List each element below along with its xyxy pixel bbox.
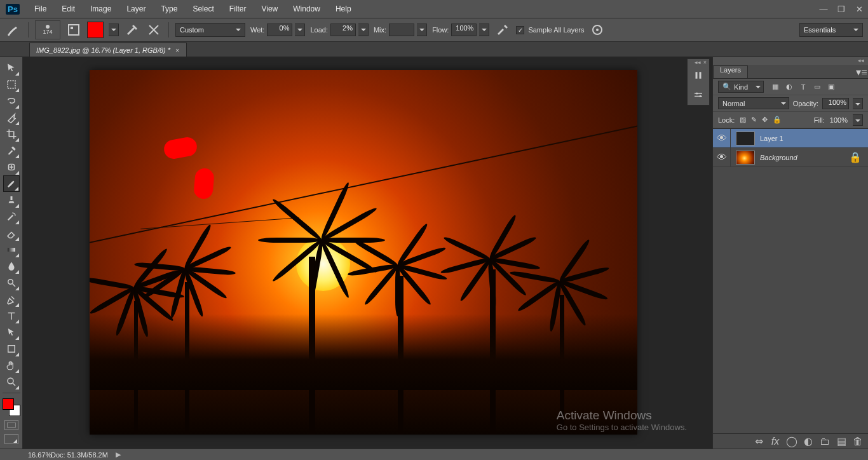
mixer-brush-tool[interactable] xyxy=(3,175,20,192)
brush-presets-panel-button[interactable] xyxy=(688,67,709,86)
screen-mode-toggle[interactable] xyxy=(4,434,18,444)
menu-image[interactable]: Image xyxy=(83,1,119,17)
menu-file[interactable]: File xyxy=(27,1,54,17)
layers-tab[interactable]: Layers xyxy=(713,65,748,78)
foreground-color-swatch[interactable] xyxy=(3,398,14,410)
menu-help[interactable]: Help xyxy=(328,1,359,17)
menu-view[interactable]: View xyxy=(254,1,285,17)
new-layer-button[interactable]: ▤ xyxy=(836,435,846,447)
canvas-area[interactable]: ◂◂ × Activate Windows Go to Settings to … xyxy=(23,57,712,449)
filter-pixel-icon[interactable]: ▦ xyxy=(770,82,780,92)
clean-brush-button[interactable] xyxy=(146,22,162,38)
tool-preset-picker[interactable] xyxy=(5,22,22,38)
current-load-swatch[interactable] xyxy=(87,22,104,38)
filter-adjust-icon[interactable]: ◐ xyxy=(784,82,794,92)
gradient-tool[interactable] xyxy=(3,241,20,258)
status-doc-size[interactable]: Doc: 51.3M/58.2M xyxy=(51,451,108,459)
document-tab-close[interactable]: × xyxy=(175,46,179,54)
quick-mask-toggle[interactable] xyxy=(4,420,18,430)
menu-filter[interactable]: Filter xyxy=(222,1,254,17)
crop-tool[interactable] xyxy=(3,126,20,142)
healing-tool[interactable] xyxy=(3,159,20,175)
sample-all-layers-checkbox[interactable]: ✓ Sample All Layers xyxy=(516,26,584,34)
layer-name[interactable]: Background xyxy=(760,154,797,161)
document-canvas[interactable] xyxy=(90,70,637,435)
dock-collapse-icon[interactable]: ◂◂ xyxy=(695,59,701,67)
opacity-dropdown[interactable] xyxy=(853,98,863,109)
load-swatch-menu[interactable] xyxy=(109,24,119,36)
load-brush-button[interactable] xyxy=(124,22,140,38)
window-close-button[interactable]: ✕ xyxy=(850,2,868,16)
move-tool[interactable] xyxy=(3,60,20,76)
zoom-level[interactable]: 16.67% xyxy=(5,451,43,459)
adjustment-layer-button[interactable]: ◐ xyxy=(803,435,813,447)
mixer-preset-select[interactable]: Custom xyxy=(175,23,245,37)
layer-mask-button[interactable]: ◯ xyxy=(787,435,797,447)
lock-all-icon[interactable]: 🔒 xyxy=(773,116,782,124)
blur-tool[interactable] xyxy=(3,258,20,274)
layer-row[interactable]: 👁 Background 🔒 xyxy=(713,148,868,167)
load-dropdown[interactable] xyxy=(358,24,369,36)
clone-stamp-tool[interactable] xyxy=(3,192,20,208)
airbrush-toggle[interactable] xyxy=(494,22,511,38)
link-layers-button[interactable]: ⇔ xyxy=(754,435,764,447)
mix-input[interactable] xyxy=(389,24,414,36)
menu-edit[interactable]: Edit xyxy=(54,1,83,17)
lock-transparent-icon[interactable]: ▨ xyxy=(740,116,746,124)
path-select-tool[interactable] xyxy=(3,324,20,341)
history-brush-tool[interactable] xyxy=(3,208,20,225)
lock-pixels-icon[interactable]: ✎ xyxy=(751,116,757,124)
layer-fx-button[interactable]: fx xyxy=(770,436,780,447)
blend-mode-select[interactable]: Normal xyxy=(718,97,789,109)
brush-settings-panel-button[interactable] xyxy=(688,86,709,105)
marquee-tool[interactable] xyxy=(3,76,20,93)
tablet-pressure-toggle[interactable] xyxy=(589,22,606,38)
workspace-switcher[interactable]: Essentials xyxy=(799,23,863,37)
menu-select[interactable]: Select xyxy=(185,1,221,17)
hand-tool[interactable] xyxy=(3,357,20,374)
layer-group-button[interactable]: 🗀 xyxy=(820,436,830,447)
document-tab[interactable]: IMG_8922.jpg @ 16.7% (Layer 1, RGB/8) * … xyxy=(29,43,187,57)
menu-layer[interactable]: Layer xyxy=(119,1,153,17)
window-minimize-button[interactable]: — xyxy=(815,2,832,16)
status-menu-arrow[interactable]: ▶ xyxy=(116,450,121,459)
eraser-tool[interactable] xyxy=(3,225,20,241)
opacity-input[interactable]: 100% xyxy=(822,98,849,109)
fill-dropdown[interactable] xyxy=(853,114,863,126)
panel-menu-button[interactable]: ▾≡ xyxy=(855,66,868,78)
panel-collapse-strip[interactable]: ◂◂ xyxy=(713,57,868,65)
brush-preset-picker[interactable]: 174 xyxy=(35,20,60,39)
layer-filter-kind[interactable]: 🔍Kind xyxy=(718,81,764,93)
lock-position-icon[interactable]: ✥ xyxy=(762,116,768,124)
zoom-tool[interactable] xyxy=(3,374,20,390)
fill-input[interactable]: 100% xyxy=(830,116,848,124)
type-tool[interactable] xyxy=(3,308,20,324)
layer-row[interactable]: 👁 Layer 1 xyxy=(713,129,868,148)
layer-visibility-toggle[interactable]: 👁 xyxy=(713,129,731,147)
brush-panel-toggle[interactable] xyxy=(65,22,82,38)
menu-window[interactable]: Window xyxy=(285,1,328,17)
eyedropper-tool[interactable] xyxy=(3,142,20,159)
layer-visibility-toggle[interactable]: 👁 xyxy=(713,148,731,166)
pen-tool[interactable] xyxy=(3,291,20,308)
load-input[interactable]: 2% xyxy=(330,24,356,36)
quick-select-tool[interactable] xyxy=(3,109,20,126)
mix-dropdown[interactable] xyxy=(417,24,427,36)
layer-thumbnail[interactable] xyxy=(736,132,755,145)
dock-close-icon[interactable]: × xyxy=(703,59,707,67)
flow-input[interactable]: 100% xyxy=(451,24,477,36)
layer-name[interactable]: Layer 1 xyxy=(760,135,783,142)
filter-smart-icon[interactable]: ▣ xyxy=(826,82,836,92)
menu-type[interactable]: Type xyxy=(153,1,185,17)
dodge-tool[interactable] xyxy=(3,274,20,291)
filter-shape-icon[interactable]: ▭ xyxy=(812,82,822,92)
delete-layer-button[interactable]: 🗑 xyxy=(853,436,863,447)
layer-thumbnail[interactable] xyxy=(736,151,755,165)
wet-dropdown[interactable] xyxy=(295,24,305,36)
foreground-background-swatch[interactable] xyxy=(3,398,20,416)
filter-type-icon[interactable]: T xyxy=(798,82,808,92)
flow-dropdown[interactable] xyxy=(479,24,489,36)
wet-input[interactable]: 0% xyxy=(267,24,292,36)
lasso-tool[interactable] xyxy=(3,93,20,109)
window-maximize-button[interactable]: ❐ xyxy=(832,2,850,16)
